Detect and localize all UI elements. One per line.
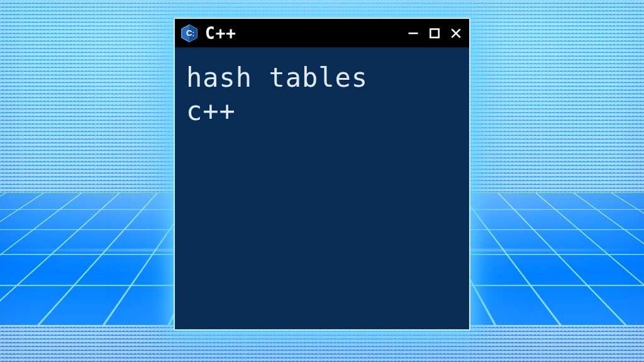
content-line-2: c++ (186, 96, 236, 126)
maximize-button[interactable] (428, 26, 441, 40)
scene: C + + C++ (0, 0, 644, 362)
window-controls (406, 26, 463, 40)
minimize-icon (407, 27, 419, 40)
close-button[interactable] (449, 26, 463, 40)
terminal-window: C + + C++ (174, 18, 470, 331)
close-icon (450, 27, 462, 40)
svg-text:+: + (192, 30, 194, 33)
svg-rect-6 (430, 29, 438, 37)
titlebar[interactable]: C + + C++ (175, 19, 469, 48)
svg-text:+: + (192, 33, 194, 37)
maximize-icon (428, 27, 441, 40)
content-line-1: hash tables (186, 62, 368, 93)
svg-text:C: C (186, 28, 192, 38)
window-content: hash tables c++ (175, 48, 469, 141)
cpp-logo-icon: C + + (180, 24, 199, 43)
minimize-button[interactable] (406, 26, 420, 40)
window-title: C++ (205, 24, 236, 43)
